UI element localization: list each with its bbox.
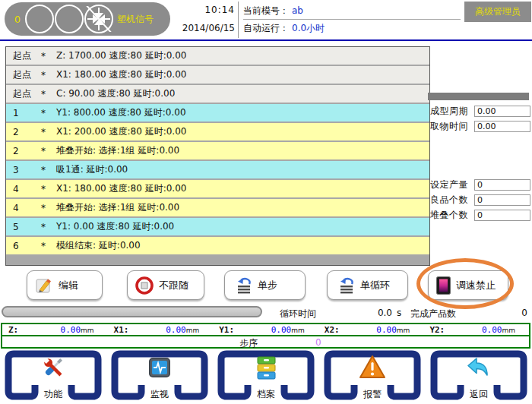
axis-value: 0.00: [482, 325, 502, 335]
program-step-list: 起点 * Z: 1700.00 速度:80 延时:0.00 起点 * X1: 1…: [5, 46, 430, 266]
program-row[interactable]: 4 * X1: 180.00 速度:80 延时:0.00: [6, 180, 429, 197]
program-row-index: 起点: [6, 68, 41, 81]
program-row[interactable]: 6 * 模组结束: 延时:0.00: [6, 237, 429, 254]
nav-back-button[interactable]: 返回: [429, 350, 529, 402]
done-count-label: 完成产品数: [410, 308, 456, 320]
step-arrow-icon: [233, 277, 252, 294]
program-row-text: X1: 180.00 速度:80 延时:0.00: [56, 182, 429, 195]
nav-functions-button[interactable]: 功能: [3, 350, 103, 402]
program-row-star: *: [41, 165, 56, 175]
axis-name: Y1:: [219, 325, 234, 335]
program-row[interactable]: 2 * 堆叠开始: 选择:1组 延时:0.00: [6, 142, 429, 159]
program-row-star: *: [41, 222, 56, 232]
program-row[interactable]: 起点 * X1: 180.00 速度:80 延时:0.00: [6, 66, 429, 84]
nav-files-button[interactable]: 档案: [216, 350, 316, 402]
cycle-arrow-icon: [335, 277, 355, 294]
mold-value: ab: [292, 5, 303, 16]
axis-unit: mm: [291, 327, 305, 334]
program-row-index: 3: [6, 165, 41, 175]
program-row-star: *: [41, 146, 56, 156]
program-row-star: *: [41, 108, 56, 118]
axis-value: 0.00: [166, 325, 186, 335]
program-row[interactable]: 5 * Y1: 0.00 速度:80 延时:0.00: [6, 218, 429, 235]
back-arrow-icon: [429, 354, 529, 381]
stat-stack-count-field[interactable]: 0: [474, 210, 530, 221]
program-row[interactable]: 2 * X1: 200.00 速度:80 延时:0.00: [6, 123, 429, 140]
program-row-index: 起点: [6, 87, 41, 100]
program-row[interactable]: 3 * 吸1通: 延时:0.00: [6, 161, 429, 178]
axis-name: Z:: [8, 325, 18, 335]
cycle-time-value: 0.0: [363, 308, 392, 318]
single-cycle-button-label: 单循环: [360, 279, 390, 292]
axis-name: X1:: [114, 325, 129, 335]
axis-value: 0.00: [376, 325, 397, 335]
single-cycle-button[interactable]: 单循环: [327, 270, 408, 300]
speed-lock-button[interactable]: 调速禁止: [428, 270, 508, 300]
axis-position-cell: Y2: 0.00 mm: [423, 325, 529, 335]
stat-target-output-field[interactable]: 0: [474, 179, 530, 191]
tools-icon: [3, 354, 103, 381]
stat-pick-time: 取物时间 0.00: [430, 120, 530, 132]
nav-monitor-button[interactable]: 监视: [109, 350, 210, 402]
program-row-star: *: [41, 203, 56, 213]
nav-alarm-label: 报警: [322, 388, 423, 401]
stat-label: 取物时间: [430, 120, 471, 133]
cycle-time-label: 循环时间: [280, 308, 316, 320]
nav-files-label: 档案: [216, 388, 316, 401]
stat-pick-time-field[interactable]: 0.00: [474, 121, 530, 132]
signal-lamp-icon: [55, 5, 84, 33]
stat-cycle-period: 成型周期 0.00: [430, 105, 530, 117]
program-row-star: *: [41, 241, 56, 251]
step-sequence-label: 步序: [239, 337, 258, 350]
edit-button-label: 编辑: [59, 279, 78, 292]
stat-label: 良品个数: [430, 194, 471, 207]
edit-button[interactable]: 编辑: [27, 270, 103, 300]
speed-fader-icon: [436, 276, 451, 295]
axis-unit: mm: [186, 327, 200, 334]
program-row-index: 4: [6, 203, 41, 213]
program-row-index: 2: [6, 146, 41, 156]
stat-cycle-period-field[interactable]: 0.00: [474, 106, 530, 117]
signal-count: 0: [11, 14, 24, 25]
autorun-label: 自动运行：: [243, 22, 289, 35]
program-row-text: X1: 200.00 速度:80 延时:0.00: [56, 125, 429, 138]
axis-position-cell: Z: 0.00 mm: [2, 325, 108, 335]
no-follow-button-label: 不跟随: [159, 279, 188, 292]
program-row-text: 模组结束: 延时:0.00: [56, 239, 429, 252]
signal-converge-disabled-icon: [84, 5, 113, 33]
cycle-time-unit: s: [397, 308, 401, 318]
stat-good-count: 良品个数 0: [430, 194, 530, 206]
nav-alarm-button[interactable]: 报警: [322, 350, 423, 402]
axis-name: X2:: [325, 325, 340, 335]
mold-info: 当前模号： ab 自动运行： 0.0小时: [243, 2, 461, 37]
program-row[interactable]: 4 * 堆叠开始: 选择:1组 延时:0.00: [6, 199, 429, 216]
program-row[interactable]: 起点 * C: 90.00 速度:80 延时:0.00: [6, 85, 429, 103]
machine-signal-panel: 0 塑机信号: [5, 2, 170, 36]
program-row[interactable]: 起点 * Z: 1700.00 速度:80 延时:0.00: [6, 47, 429, 65]
mold-label: 当前模号：: [243, 5, 289, 17]
stop-circle-icon: [135, 276, 154, 295]
time-text: 10:14: [177, 5, 235, 15]
stat-stack-count: 堆叠个数 0: [430, 209, 530, 221]
axis-value: 0.00: [61, 325, 81, 335]
program-row[interactable]: 1 * Y1: 800.00 速度:80 延时:0.00: [6, 104, 429, 122]
stat-good-count-field[interactable]: 0: [474, 194, 530, 206]
program-row-text: Z: 1700.00 速度:80 延时:0.00: [56, 49, 429, 62]
clock: 10:14 2014/06/15: [177, 5, 235, 33]
single-step-button[interactable]: 单步: [224, 270, 306, 300]
signal-lamp-icon: [25, 5, 54, 33]
no-follow-button[interactable]: 不跟随: [127, 270, 204, 300]
speed-lock-button-label: 调速禁止: [456, 279, 496, 292]
stat-target-output: 设定产量 0: [430, 178, 530, 191]
program-row-text: X1: 180.00 速度:80 延时:0.00: [56, 68, 429, 81]
stat-label: 成型周期: [430, 105, 471, 118]
file-cabinet-icon: [216, 354, 316, 381]
signal-label: 塑机信号: [117, 13, 154, 26]
nav-back-label: 返回: [429, 388, 529, 401]
axis-position-cell: Y1: 0.00 mm: [213, 325, 318, 335]
axis-name: Y2:: [429, 325, 445, 335]
program-row-index: 1: [6, 108, 41, 118]
user-role-badge[interactable]: 高级管理员: [464, 2, 531, 22]
monitor-icon: [109, 354, 210, 381]
program-row-index: 2: [6, 127, 41, 137]
